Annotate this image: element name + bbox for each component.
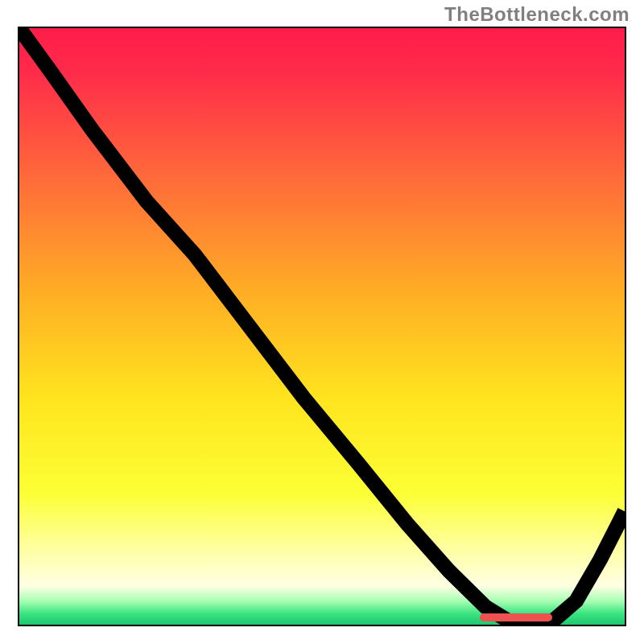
- optimal-range-marker: [480, 613, 552, 621]
- watermark-text: TheBottleneck.com: [444, 3, 630, 26]
- bottleneck-curve-line: [19, 28, 625, 621]
- chart-container: TheBottleneck.com: [0, 0, 644, 644]
- plot-area: [18, 27, 626, 626]
- chart-svg: [19, 28, 625, 625]
